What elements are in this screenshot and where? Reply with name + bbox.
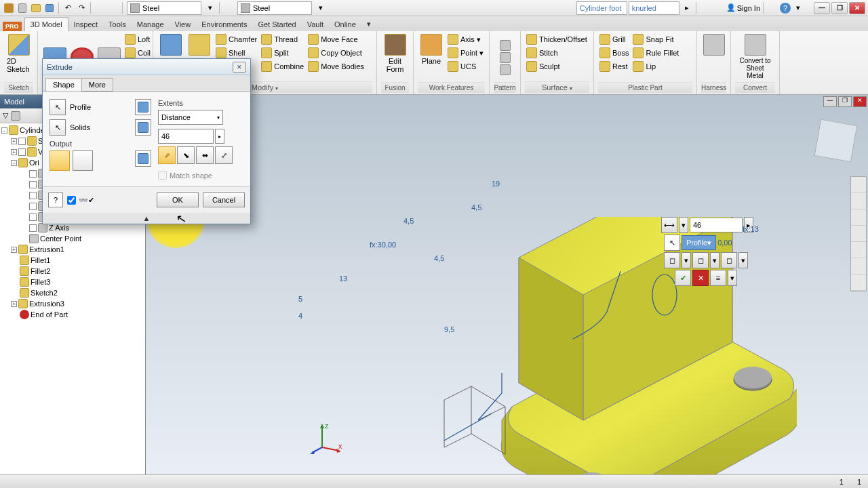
tree-node[interactable]: +Extrusion3 (1, 298, 144, 309)
profile-select-button[interactable]: ↖ (50, 99, 66, 115)
mini-profile-select-icon[interactable]: ↖ (664, 235, 680, 251)
circ-pattern-icon[interactable] (500, 52, 511, 63)
boss-button[interactable]: Boss (598, 46, 630, 60)
browser-tool-icon[interactable] (11, 111, 20, 121)
mini-operation-dd[interactable]: ▾ (738, 252, 748, 268)
tab-inspect[interactable]: Inspect (68, 18, 103, 31)
output-solid-button[interactable] (50, 150, 70, 171)
redo-icon[interactable]: ↷ (75, 2, 87, 14)
thicken-button[interactable]: Thicken/Offset (525, 33, 589, 46)
copy-object-button[interactable]: Copy Object (307, 46, 366, 60)
solids-select-button[interactable]: ↖ (50, 119, 66, 136)
output-extra-toggle[interactable] (135, 150, 151, 167)
appearance-dropdown-icon[interactable]: ▾ (315, 2, 327, 14)
key-icon[interactable] (699, 2, 711, 14)
mini-ok-button[interactable]: ✔ (675, 270, 691, 286)
help-search-2[interactable] (629, 1, 679, 15)
doc-restore-button[interactable]: ❐ (838, 96, 852, 107)
rect-pattern-icon[interactable] (500, 40, 511, 51)
sign-in-link[interactable]: 👤 Sign In (726, 3, 760, 12)
sculpt-button[interactable]: Sculpt (525, 60, 589, 73)
tree-node[interactable]: Fillet2 (1, 266, 144, 277)
lip-button[interactable]: Lip (631, 60, 680, 73)
dialog-expand-toggle[interactable]: ▲ (43, 213, 250, 224)
solids-toggle[interactable] (135, 119, 151, 136)
combine-button[interactable]: Combine (260, 60, 305, 73)
snap-fit-button[interactable]: Snap Fit (631, 33, 680, 46)
rule-fillet-button[interactable]: Rule Fillet (631, 46, 680, 60)
dialog-help-button[interactable]: ? (48, 192, 63, 207)
mini-output-icon[interactable]: ◻ (664, 252, 680, 268)
tab-vault[interactable]: Vault (302, 18, 329, 31)
dialog-preview-checkbox[interactable] (67, 196, 76, 205)
window-minimize-button[interactable]: — (814, 2, 830, 14)
direction-symmetric-button[interactable]: ⬌ (196, 146, 214, 164)
axis-button[interactable]: Axis▾ (446, 33, 485, 46)
mirror-icon[interactable] (500, 64, 511, 75)
doc-close-button[interactable]: ✕ (853, 96, 867, 107)
start-2d-sketch-button[interactable]: 2D Sketch (4, 33, 33, 75)
dialog-close-button[interactable]: ✕ (233, 62, 246, 73)
split-button[interactable]: Split (260, 46, 305, 60)
view-cube[interactable] (814, 119, 858, 163)
material-dropdown-icon[interactable]: ▾ (204, 2, 216, 14)
tab-extras-icon[interactable]: ▾ (361, 17, 376, 31)
help-icon[interactable]: ? (780, 3, 791, 14)
color-icon[interactable] (222, 2, 235, 14)
shell-button[interactable]: Shell (214, 46, 258, 60)
profile-solid-toggle[interactable] (135, 99, 151, 115)
search-go-icon[interactable]: ▸ (681, 2, 693, 14)
tab-online[interactable]: Online (329, 18, 361, 31)
tab-3d-model[interactable]: 3D Model (24, 17, 68, 31)
direction-1-button[interactable]: ⬈ (158, 146, 176, 164)
tree-node[interactable]: Fillet1 (1, 255, 144, 266)
select-icon[interactable] (94, 2, 106, 14)
plane-button[interactable]: Plane (418, 33, 445, 82)
extents-distance-input[interactable] (158, 129, 214, 144)
tree-node[interactable]: Fillet3 (1, 277, 144, 287)
help-dropdown-icon[interactable]: ▾ (792, 2, 804, 14)
app-menu-icon[interactable] (3, 2, 15, 14)
mini-options-dd[interactable]: ▾ (728, 270, 737, 286)
output-surface-button[interactable] (73, 150, 93, 171)
mini-profile-button[interactable]: Profile ▾ (682, 235, 716, 250)
save-icon[interactable] (43, 2, 56, 14)
mini-distance-input[interactable] (690, 218, 743, 232)
exchange-icon[interactable] (766, 2, 778, 14)
new-icon[interactable] (16, 2, 28, 14)
grill-button[interactable]: Grill (598, 33, 630, 46)
move-face-button[interactable]: Move Face (307, 33, 366, 46)
navigation-bar[interactable] (850, 176, 867, 291)
material-appearance-combo[interactable]: Steel (127, 1, 201, 15)
tree-node[interactable]: Sketch2 (1, 287, 144, 298)
mini-output-dd[interactable]: ▾ (682, 252, 691, 268)
stitch-button[interactable]: Stitch (525, 46, 589, 60)
harness-button[interactable] (701, 33, 726, 58)
mini-distance-dd-icon[interactable]: ▾ (679, 217, 688, 233)
point-button[interactable]: Point▾ (446, 46, 485, 60)
tab-get-started[interactable]: Get Started (252, 18, 301, 31)
ucs-button[interactable]: UCS (446, 60, 485, 73)
panel-surface[interactable]: Surface▾ (525, 81, 589, 93)
extents-type-combo[interactable]: Distance▾ (158, 110, 223, 125)
tree-node[interactable]: End of Part (1, 309, 144, 320)
tab-manage[interactable]: Manage (132, 18, 170, 31)
appearance-combo[interactable]: Steel (237, 1, 312, 15)
tree-node[interactable]: +Extrusion1 (1, 244, 144, 255)
doc-minimize-button[interactable]: — (823, 96, 837, 107)
open-icon[interactable] (30, 2, 42, 14)
extents-distance-spinner[interactable]: ▸ (215, 129, 224, 144)
mini-operation-icon[interactable]: ◻ (721, 252, 737, 268)
tab-view[interactable]: View (170, 18, 197, 31)
direction-asymmetric-button[interactable]: ⤢ (215, 146, 233, 164)
coil-button[interactable]: Coil (123, 46, 152, 60)
tab-environments[interactable]: Environments (196, 18, 252, 31)
tree-node[interactable]: Center Point (1, 233, 144, 244)
chamfer-button[interactable]: Chamfer (214, 33, 258, 46)
mini-direction-icon[interactable]: ◻ (692, 252, 709, 268)
tab-tools[interactable]: Tools (103, 18, 132, 31)
thread-button[interactable]: Thread (260, 33, 305, 46)
mini-cancel-button[interactable]: ✕ (692, 270, 709, 286)
update-icon[interactable] (107, 2, 119, 14)
dialog-tab-more[interactable]: More (81, 78, 113, 92)
